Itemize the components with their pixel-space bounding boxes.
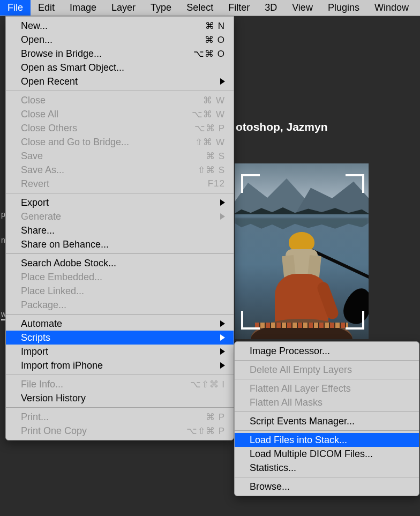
menubar-item-file[interactable]: File	[0, 0, 31, 16]
menu-item[interactable]: Open Recent	[6, 74, 234, 88]
menu-item-label: Print One Copy	[21, 425, 184, 437]
menu-item-shortcut: ⌥⌘ P	[184, 123, 225, 134]
menubar-item-select[interactable]: Select	[179, 0, 221, 16]
menu-item-label: Export	[21, 197, 216, 208]
menu-item: Flatten All Layer Effects	[235, 382, 419, 395]
menu-item[interactable]: Open as Smart Object...	[6, 61, 234, 74]
menu-separator	[235, 412, 419, 412]
menu-item: Print...⌘ P	[6, 410, 234, 424]
menu-item: Close Others⌥⌘ P	[6, 121, 234, 135]
menu-item-shortcut: ⌘ S	[184, 151, 225, 162]
submenu-arrow-icon	[220, 199, 225, 206]
submenu-arrow-icon	[220, 334, 225, 341]
menu-item[interactable]: New...⌘ N	[6, 19, 234, 33]
menu-item[interactable]: Browse...	[235, 480, 419, 493]
menu-item-label: Import from iPhone	[21, 360, 216, 371]
person-icon	[275, 232, 328, 333]
menu-item-shortcut: ⌘ P	[184, 412, 225, 423]
menu-item[interactable]: Import	[6, 345, 234, 358]
menu-item: Flatten All Masks	[235, 395, 419, 409]
menubar-item-plugins[interactable]: Plugins	[320, 0, 367, 16]
menu-item[interactable]: Load Files into Stack...	[235, 433, 419, 447]
menu-item-label: Statistics...	[250, 462, 410, 474]
menu-item[interactable]: Load Multiple DICOM Files...	[235, 447, 419, 461]
menubar-item-3d[interactable]: 3D	[257, 0, 284, 16]
menu-item: Place Linked...	[6, 284, 234, 298]
menu-item-label: Browse in Bridge...	[21, 48, 184, 59]
sidebar-char: n	[1, 236, 5, 244]
menubar-item-type[interactable]: Type	[143, 0, 179, 16]
menu-item-label: Scripts	[21, 332, 216, 343]
menu-item[interactable]: Statistics...	[235, 461, 419, 475]
menubar-item-view[interactable]: View	[284, 0, 320, 16]
menu-item-label: File Info...	[21, 379, 184, 390]
menubar-item-window[interactable]: Window	[367, 0, 416, 16]
submenu-arrow-icon	[220, 213, 225, 220]
menu-item-label: Close Others	[21, 123, 184, 134]
menu-separator	[6, 407, 234, 408]
menu-item-label: Flatten All Masks	[250, 397, 410, 408]
menu-item[interactable]: Image Processor...	[235, 344, 419, 358]
menu-item[interactable]: Script Events Manager...	[235, 414, 419, 428]
menu-item[interactable]: Import from iPhone	[6, 358, 234, 372]
menu-item: Print One Copy⌥⇧⌘ P	[6, 424, 234, 438]
menu-item-label: Revert	[21, 178, 184, 190]
file-menu: New...⌘ NOpen...⌘ OBrowse in Bridge...⌥⌘…	[5, 16, 234, 440]
menu-separator	[235, 360, 419, 361]
menu-item[interactable]: Open...⌘ O	[6, 33, 234, 47]
menu-item: Save⌘ S	[6, 149, 234, 163]
menu-item-shortcut: ⌥⇧⌘ P	[184, 425, 225, 437]
menu-item-label: Import	[21, 346, 216, 357]
menu-item: Close All⌥⌘ W	[6, 107, 234, 121]
menu-item-shortcut: ⌥⌘ W	[184, 109, 225, 120]
menu-item[interactable]: Search Adobe Stock...	[6, 256, 234, 270]
menu-item: RevertF12	[6, 177, 234, 191]
submenu-arrow-icon	[220, 362, 225, 369]
menu-item[interactable]: Version History	[6, 391, 234, 405]
menu-item-label: Browse...	[250, 481, 410, 492]
menu-item-label: Share...	[21, 225, 225, 236]
menu-item-label: Open as Smart Object...	[21, 62, 225, 73]
submenu-arrow-icon	[220, 320, 225, 327]
photo-thumbnail[interactable]	[235, 163, 369, 339]
menu-item[interactable]: Scripts	[6, 331, 234, 345]
menubar-item-layer[interactable]: Layer	[104, 0, 143, 16]
menu-item: Package...	[6, 298, 234, 312]
menu-item: Generate	[6, 210, 234, 223]
menu-item-label: Search Adobe Stock...	[21, 258, 225, 269]
menu-item-shortcut: ⌥⇧⌘ I	[184, 379, 225, 390]
sidebar-char: p	[1, 210, 5, 219]
menu-item[interactable]: Automate	[6, 317, 234, 331]
menu-item-label: Load Multiple DICOM Files...	[250, 448, 410, 460]
menu-item-label: Script Events Manager...	[250, 416, 410, 427]
menubar-item-filter[interactable]: Filter	[221, 0, 257, 16]
menu-item-label: Version History	[21, 393, 225, 404]
menu-item-shortcut: ⌥⌘ O	[184, 48, 225, 59]
menubar-item-edit[interactable]: Edit	[31, 0, 62, 16]
scripts-submenu: Image Processor...Delete All Empty Layer…	[234, 341, 419, 496]
menu-separator	[6, 253, 234, 254]
submenu-arrow-icon	[220, 348, 225, 355]
menu-item[interactable]: Share on Behance...	[6, 237, 234, 251]
menu-item-label: Delete All Empty Layers	[250, 364, 410, 376]
menu-item-label: Share on Behance...	[21, 239, 225, 250]
menubar-item-image[interactable]: Image	[62, 0, 104, 16]
menu-item-label: Open Recent	[21, 76, 216, 87]
welcome-heading: otoshop, Jazmyn	[236, 121, 328, 133]
menu-item-shortcut: ⌘ O	[184, 34, 225, 46]
menu-item-label: Save	[21, 151, 184, 162]
menu-item-label: Close	[21, 95, 184, 106]
crop-corner-icon	[241, 174, 260, 193]
menu-item: Place Embedded...	[6, 270, 234, 284]
menu-separator	[6, 91, 234, 91]
menu-item-shortcut: F12	[184, 178, 225, 189]
menu-item-label: Close and Go to Bridge...	[21, 137, 184, 148]
menu-item[interactable]: Export	[6, 196, 234, 210]
menu-item-shortcut: ⇧⌘ S	[184, 164, 225, 176]
menu-item-label: Close All	[21, 109, 184, 120]
menu-item[interactable]: Browse in Bridge...⌥⌘ O	[6, 47, 234, 61]
menu-item[interactable]: Share...	[6, 223, 234, 237]
menu-separator	[6, 375, 234, 375]
menu-item-label: Open...	[21, 34, 184, 46]
crop-corner-icon	[241, 311, 260, 330]
